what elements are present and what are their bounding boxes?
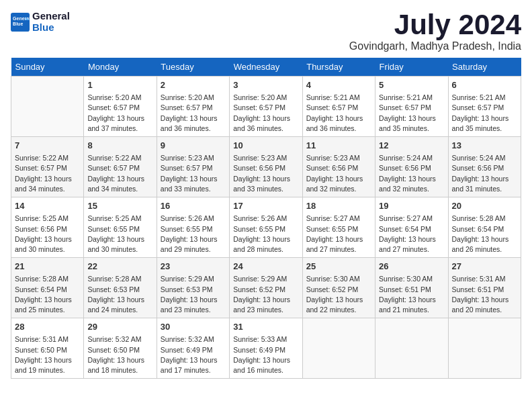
day-info: Sunrise: 5:25 AM Sunset: 6:55 PM Dayligh…: [87, 214, 152, 255]
logo-icon: General Blue: [11, 13, 30, 32]
day-info: Sunrise: 5:24 AM Sunset: 6:56 PM Dayligh…: [452, 153, 517, 194]
calendar-cell: 11Sunrise: 5:23 AM Sunset: 6:56 PM Dayli…: [302, 137, 375, 197]
calendar-cell: 23Sunrise: 5:29 AM Sunset: 6:53 PM Dayli…: [157, 258, 229, 318]
day-info: Sunrise: 5:30 AM Sunset: 6:51 PM Dayligh…: [379, 274, 444, 315]
day-info: Sunrise: 5:29 AM Sunset: 6:53 PM Dayligh…: [161, 274, 226, 315]
calendar-cell: 15Sunrise: 5:25 AM Sunset: 6:55 PM Dayli…: [84, 197, 157, 258]
day-number: 18: [306, 200, 371, 212]
day-info: Sunrise: 5:23 AM Sunset: 6:56 PM Dayligh…: [233, 153, 298, 194]
calendar-cell: 8Sunrise: 5:22 AM Sunset: 6:57 PM Daylig…: [84, 137, 157, 197]
calendar-cell: 13Sunrise: 5:24 AM Sunset: 6:56 PM Dayli…: [448, 137, 521, 197]
calendar-table: SundayMondayTuesdayWednesdayThursdayFrid…: [11, 58, 521, 379]
day-number: 14: [15, 200, 80, 212]
month-title: July 2024: [349, 11, 521, 39]
day-info: Sunrise: 5:31 AM Sunset: 6:51 PM Dayligh…: [452, 274, 517, 315]
day-number: 15: [87, 200, 152, 212]
calendar-cell: 22Sunrise: 5:28 AM Sunset: 6:53 PM Dayli…: [84, 258, 157, 318]
header-day-saturday: Saturday: [448, 58, 521, 77]
day-info: Sunrise: 5:22 AM Sunset: 6:57 PM Dayligh…: [87, 153, 152, 194]
calendar-cell: 28Sunrise: 5:31 AM Sunset: 6:50 PM Dayli…: [11, 318, 84, 379]
day-number: 1: [87, 79, 152, 91]
day-number: 24: [233, 261, 298, 273]
header-day-thursday: Thursday: [302, 58, 375, 77]
day-info: Sunrise: 5:28 AM Sunset: 6:54 PM Dayligh…: [452, 214, 517, 255]
day-number: 12: [379, 140, 444, 152]
day-info: Sunrise: 5:23 AM Sunset: 6:57 PM Dayligh…: [161, 153, 226, 194]
day-info: Sunrise: 5:22 AM Sunset: 6:57 PM Dayligh…: [15, 153, 80, 194]
calendar-cell: 17Sunrise: 5:26 AM Sunset: 6:55 PM Dayli…: [230, 197, 302, 258]
svg-text:Blue: Blue: [13, 21, 23, 26]
day-info: Sunrise: 5:25 AM Sunset: 6:56 PM Dayligh…: [15, 214, 80, 255]
day-number: 22: [87, 261, 152, 273]
calendar-cell: 1Sunrise: 5:20 AM Sunset: 6:57 PM Daylig…: [84, 77, 157, 137]
calendar-week-row: 14Sunrise: 5:25 AM Sunset: 6:56 PM Dayli…: [11, 197, 521, 258]
day-number: 28: [15, 321, 80, 333]
day-number: 29: [87, 321, 152, 333]
day-info: Sunrise: 5:27 AM Sunset: 6:54 PM Dayligh…: [379, 214, 444, 255]
header-day-monday: Monday: [84, 58, 157, 77]
day-number: 23: [161, 261, 226, 273]
calendar-cell: [302, 318, 375, 379]
day-number: 19: [379, 200, 444, 212]
day-info: Sunrise: 5:33 AM Sunset: 6:49 PM Dayligh…: [233, 334, 298, 375]
calendar-cell: [448, 318, 521, 379]
calendar-week-row: 28Sunrise: 5:31 AM Sunset: 6:50 PM Dayli…: [11, 318, 521, 379]
day-number: 27: [452, 261, 517, 273]
day-info: Sunrise: 5:20 AM Sunset: 6:57 PM Dayligh…: [161, 93, 226, 134]
day-number: 26: [379, 261, 444, 273]
day-info: Sunrise: 5:30 AM Sunset: 6:52 PM Dayligh…: [306, 274, 371, 315]
day-number: 17: [233, 200, 298, 212]
day-number: 2: [161, 79, 226, 91]
calendar-week-row: 21Sunrise: 5:28 AM Sunset: 6:54 PM Dayli…: [11, 258, 521, 318]
logo-text: General Blue: [32, 11, 70, 33]
day-info: Sunrise: 5:28 AM Sunset: 6:53 PM Dayligh…: [87, 274, 152, 315]
calendar-cell: 16Sunrise: 5:26 AM Sunset: 6:55 PM Dayli…: [157, 197, 229, 258]
calendar-cell: 24Sunrise: 5:29 AM Sunset: 6:52 PM Dayli…: [230, 258, 302, 318]
calendar-cell: 4Sunrise: 5:21 AM Sunset: 6:57 PM Daylig…: [302, 77, 375, 137]
calendar-cell: 2Sunrise: 5:20 AM Sunset: 6:57 PM Daylig…: [157, 77, 229, 137]
calendar-cell: [375, 318, 448, 379]
header-day-friday: Friday: [375, 58, 448, 77]
calendar-cell: 12Sunrise: 5:24 AM Sunset: 6:56 PM Dayli…: [375, 137, 448, 197]
calendar-cell: 29Sunrise: 5:32 AM Sunset: 6:50 PM Dayli…: [84, 318, 157, 379]
calendar-cell: 21Sunrise: 5:28 AM Sunset: 6:54 PM Dayli…: [11, 258, 84, 318]
day-number: 4: [306, 79, 371, 91]
day-number: 11: [306, 140, 371, 152]
calendar-cell: 5Sunrise: 5:21 AM Sunset: 6:57 PM Daylig…: [375, 77, 448, 137]
day-info: Sunrise: 5:28 AM Sunset: 6:54 PM Dayligh…: [15, 274, 80, 315]
header-day-sunday: Sunday: [11, 58, 84, 77]
day-info: Sunrise: 5:21 AM Sunset: 6:57 PM Dayligh…: [379, 93, 444, 134]
calendar-cell: 18Sunrise: 5:27 AM Sunset: 6:55 PM Dayli…: [302, 197, 375, 258]
day-info: Sunrise: 5:29 AM Sunset: 6:52 PM Dayligh…: [233, 274, 298, 315]
calendar-cell: [11, 77, 84, 137]
day-number: 13: [452, 140, 517, 152]
day-number: 30: [161, 321, 226, 333]
day-number: 6: [452, 79, 517, 91]
logo: General Blue General Blue: [11, 11, 70, 33]
calendar-cell: 14Sunrise: 5:25 AM Sunset: 6:56 PM Dayli…: [11, 197, 84, 258]
calendar-cell: 19Sunrise: 5:27 AM Sunset: 6:54 PM Dayli…: [375, 197, 448, 258]
calendar-cell: 30Sunrise: 5:32 AM Sunset: 6:49 PM Dayli…: [157, 318, 229, 379]
header-day-wednesday: Wednesday: [230, 58, 302, 77]
calendar-cell: 7Sunrise: 5:22 AM Sunset: 6:57 PM Daylig…: [11, 137, 84, 197]
calendar-cell: 20Sunrise: 5:28 AM Sunset: 6:54 PM Dayli…: [448, 197, 521, 258]
location-title: Govindgarh, Madhya Pradesh, India: [349, 40, 521, 52]
day-number: 5: [379, 79, 444, 91]
day-number: 9: [161, 140, 226, 152]
day-number: 3: [233, 79, 298, 91]
header-day-tuesday: Tuesday: [157, 58, 229, 77]
calendar-header-row: SundayMondayTuesdayWednesdayThursdayFrid…: [11, 58, 521, 77]
calendar-cell: 10Sunrise: 5:23 AM Sunset: 6:56 PM Dayli…: [230, 137, 302, 197]
calendar-cell: 27Sunrise: 5:31 AM Sunset: 6:51 PM Dayli…: [448, 258, 521, 318]
day-number: 25: [306, 261, 371, 273]
calendar-week-row: 1Sunrise: 5:20 AM Sunset: 6:57 PM Daylig…: [11, 77, 521, 137]
day-info: Sunrise: 5:21 AM Sunset: 6:57 PM Dayligh…: [306, 93, 371, 134]
calendar-cell: 6Sunrise: 5:21 AM Sunset: 6:57 PM Daylig…: [448, 77, 521, 137]
day-number: 20: [452, 200, 517, 212]
day-info: Sunrise: 5:20 AM Sunset: 6:57 PM Dayligh…: [233, 93, 298, 134]
calendar-week-row: 7Sunrise: 5:22 AM Sunset: 6:57 PM Daylig…: [11, 137, 521, 197]
day-info: Sunrise: 5:26 AM Sunset: 6:55 PM Dayligh…: [233, 214, 298, 255]
calendar-cell: 3Sunrise: 5:20 AM Sunset: 6:57 PM Daylig…: [230, 77, 302, 137]
day-number: 10: [233, 140, 298, 152]
calendar-cell: 9Sunrise: 5:23 AM Sunset: 6:57 PM Daylig…: [157, 137, 229, 197]
